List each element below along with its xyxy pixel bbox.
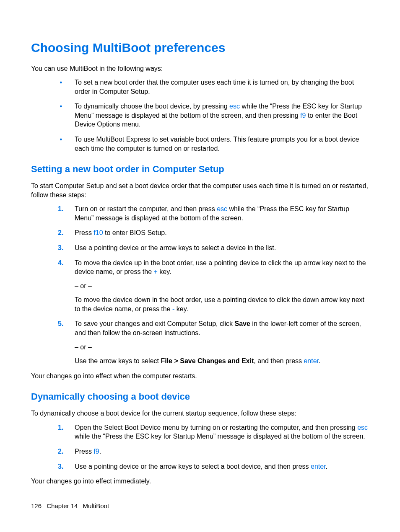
- key-f9: f9: [300, 112, 306, 119]
- step-text: .: [326, 463, 327, 470]
- list-item: Open the Select Boot Device menu by turn…: [56, 423, 369, 441]
- list-item: To set a new boot order that the compute…: [56, 78, 369, 96]
- step-text: Press: [75, 229, 94, 236]
- section-intro: To start Computer Setup and set a boot d…: [31, 181, 369, 199]
- dynamic-steps-list: Open the Select Boot Device menu by turn…: [56, 423, 369, 471]
- step-text: key.: [158, 268, 171, 275]
- topic-label: MultiBoot: [83, 502, 109, 509]
- step-text: to enter BIOS Setup.: [103, 229, 167, 236]
- step-text: key.: [174, 305, 188, 312]
- intro-bullet-list: To set a new boot order that the compute…: [56, 78, 369, 153]
- page-footer: 126 Chapter 14 MultiBoot: [31, 502, 109, 510]
- alt-step-text: To move the device down in the boot orde…: [75, 295, 369, 313]
- list-item: Use a pointing device or the arrow keys …: [56, 462, 369, 471]
- step-text: To move the device up in the boot order,…: [75, 259, 366, 276]
- step-text: Open the Select Boot Device menu by turn…: [75, 424, 357, 431]
- list-text: To use MultiBoot Express to set variable…: [75, 136, 359, 152]
- list-item: To dynamically choose the boot device, b…: [56, 102, 369, 129]
- step-text: while the “Press the ESC key for Startup…: [75, 433, 365, 440]
- setup-steps-list: Turn on or restart the computer, and the…: [56, 204, 369, 366]
- list-text: To set a new boot order that the compute…: [75, 79, 354, 95]
- section-intro: To dynamically choose a boot device for …: [31, 409, 369, 418]
- step-text: .: [99, 448, 101, 455]
- or-separator: – or –: [75, 281, 369, 291]
- list-item: Turn on or restart the computer, and the…: [56, 204, 369, 222]
- step-text: To move the device down in the boot orde…: [75, 296, 364, 312]
- list-item: To use MultiBoot Express to set variable…: [56, 135, 369, 153]
- section-heading: Dynamically choosing a boot device: [31, 390, 369, 403]
- step-text: Turn on or restart the computer, and the…: [75, 205, 217, 212]
- key-f10: f10: [94, 229, 103, 236]
- section-outro: Your changes go into effect when the com…: [31, 372, 369, 381]
- step-text: Use the arrow keys to select: [75, 357, 161, 364]
- key-f9: f9: [94, 448, 99, 455]
- page-number: 126: [31, 502, 42, 509]
- list-item: Use a pointing device or the arrow keys …: [56, 243, 369, 253]
- step-text: To save your changes and exit Computer S…: [75, 320, 235, 327]
- step-text: , and then press: [254, 357, 304, 364]
- key-esc: esc: [229, 103, 240, 110]
- list-text: To dynamically choose the boot device, b…: [75, 103, 229, 110]
- key-plus: +: [154, 268, 158, 275]
- section-heading: Setting a new boot order in Computer Set…: [31, 163, 369, 176]
- bold-save: Save: [235, 320, 250, 327]
- step-text: Use a pointing device or the arrow keys …: [75, 463, 311, 470]
- key-esc: esc: [217, 205, 227, 212]
- list-item: Press f10 to enter BIOS Setup.: [56, 228, 369, 238]
- list-item: To save your changes and exit Computer S…: [56, 319, 369, 365]
- step-text: Use a pointing device or the arrow keys …: [75, 244, 276, 251]
- step-text: .: [319, 357, 320, 364]
- list-item: Press f9.: [56, 447, 369, 456]
- alt-step-text: Use the arrow keys to select File > Save…: [75, 356, 369, 366]
- bold-menu-path: File > Save Changes and Exit: [161, 357, 254, 364]
- list-item: To move the device up in the boot order,…: [56, 258, 369, 314]
- key-enter: enter: [311, 463, 326, 470]
- or-separator: – or –: [75, 343, 369, 352]
- page-title: Choosing MultiBoot preferences: [31, 39, 369, 57]
- key-enter: enter: [304, 357, 319, 364]
- document-page: Choosing MultiBoot preferences You can u…: [0, 0, 400, 532]
- section-outro: Your changes go into effect immediately.: [31, 477, 369, 486]
- key-esc: esc: [357, 424, 368, 431]
- chapter-label: Chapter 14: [47, 502, 78, 509]
- step-text: Press: [75, 448, 94, 455]
- intro-paragraph: You can use MultiBoot in the following w…: [31, 64, 369, 73]
